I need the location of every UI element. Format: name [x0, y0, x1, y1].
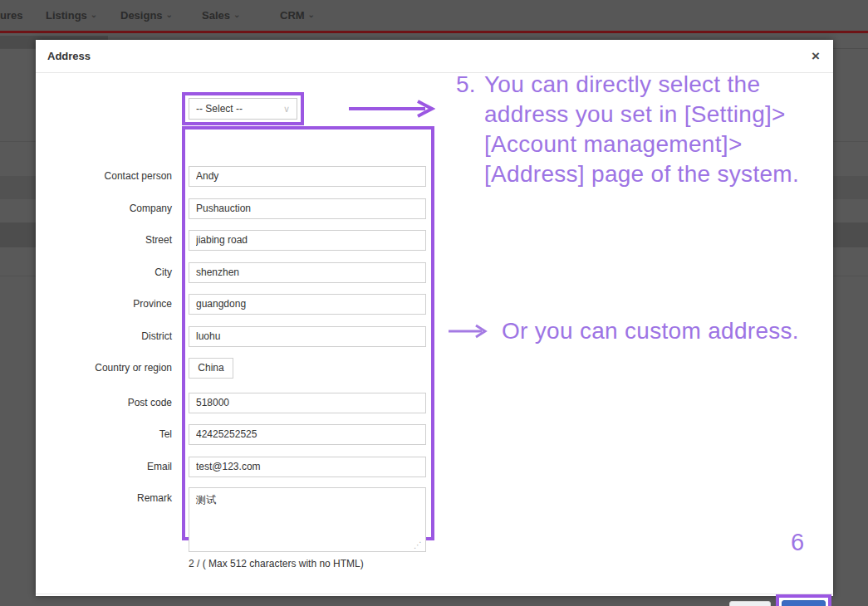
annotation-arrow-icon [447, 322, 488, 340]
annotation-step6: 6 [791, 529, 804, 555]
select-value: -- Select -- [196, 103, 243, 115]
chevron-down-icon: ⌄ [166, 10, 173, 19]
annotation-custom-text: Or you can custom address. [502, 318, 799, 345]
close-button[interactable]: Close [729, 601, 771, 606]
form-row: City [36, 261, 434, 283]
annotation-step5-number: 5. [456, 70, 476, 189]
field-label: City [36, 266, 172, 278]
district-input[interactable] [189, 326, 426, 347]
field-label: District [36, 330, 172, 342]
province-input[interactable] [189, 294, 426, 315]
nav-item-crm[interactable]: CRM⌄ [280, 9, 315, 22]
form-row: Post code [36, 392, 434, 413]
nav-item-features[interactable]: ures [0, 9, 22, 22]
field-label: Remark [36, 487, 172, 504]
top-navbar: ures Listings⌄ Designs⌄ Sales⌄ CRM⌄ [0, 0, 868, 33]
nav-item-label: Designs [120, 9, 163, 22]
form-row: Remark 测试 [36, 487, 434, 552]
remark-counter: 2 / ( Max 512 characters with no HTML) [189, 558, 364, 569]
resize-grip-icon[interactable]: ⋰ [414, 540, 422, 550]
contact-person-input[interactable] [189, 166, 426, 187]
chevron-down-icon: ∨ [283, 104, 290, 115]
field-label: Tel [36, 428, 172, 440]
field-label: Contact person [36, 170, 172, 182]
remark-textarea[interactable]: 测试 [189, 487, 426, 552]
nav-item-label: Listings [46, 9, 87, 22]
field-label: Province [36, 298, 172, 310]
annotation-line: [Account management]> [484, 130, 799, 159]
chevron-down-icon: ⌄ [233, 10, 240, 19]
select-highlight-box: -- Select -- ∨ [182, 92, 304, 125]
nav-item-listings[interactable]: Listings⌄ [46, 9, 97, 22]
annotation-arrow-icon [347, 99, 435, 119]
close-icon[interactable]: × [812, 48, 820, 65]
field-label: Email [36, 461, 172, 472]
save-button[interactable]: Save [782, 600, 826, 606]
modal-header: Address × [36, 40, 833, 73]
nav-item-label: Sales [202, 9, 230, 22]
country-input[interactable] [189, 358, 233, 379]
post-code-input[interactable] [189, 393, 426, 413]
annotation-line: [Address] page of the system. [484, 159, 799, 189]
annotation-line: You can directly select the [484, 70, 799, 100]
save-highlight-box: Save [776, 594, 831, 606]
field-label: Company [36, 203, 172, 214]
city-input[interactable] [189, 262, 426, 283]
form-row: Street [36, 229, 434, 251]
form-row: Province [36, 293, 434, 315]
nav-item-label: CRM [280, 9, 305, 22]
email-input[interactable] [189, 457, 426, 477]
annotation-line: address you set in [Setting]> [484, 100, 799, 130]
annotation-step5-text: You can directly select the address you … [484, 70, 799, 189]
footer-divider [36, 594, 833, 594]
form-row: Tel [36, 423, 434, 445]
company-input[interactable] [189, 198, 426, 219]
form-row: Company [36, 198, 434, 219]
modal-title: Address [47, 50, 91, 62]
form-row: Contact person [36, 165, 434, 187]
chevron-down-icon: ⌄ [308, 10, 315, 19]
address-select-dropdown[interactable]: -- Select -- ∨ [189, 98, 297, 120]
form-row: Email [36, 456, 434, 477]
nav-item-sales[interactable]: Sales⌄ [202, 9, 240, 22]
street-input[interactable] [189, 230, 426, 251]
nav-item-designs[interactable]: Designs⌄ [120, 9, 173, 22]
annotation-step5: 5. You can directly select the address y… [456, 70, 799, 189]
form-row: Country or region [36, 357, 434, 379]
annotation-custom-address: Or you can custom address. [447, 318, 799, 345]
field-label: Country or region [36, 362, 172, 374]
field-label: Street [36, 234, 172, 246]
field-label: Post code [36, 397, 172, 408]
tel-input[interactable] [189, 424, 426, 445]
form-row: District [36, 325, 434, 347]
chevron-down-icon: ⌄ [91, 10, 97, 19]
